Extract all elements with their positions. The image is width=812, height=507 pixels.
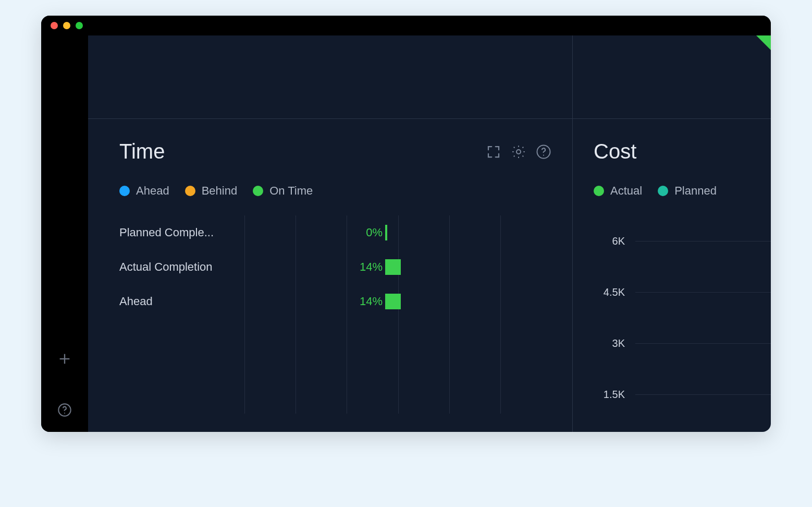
expand-icon[interactable] bbox=[486, 144, 501, 160]
axis-tick: 6K bbox=[594, 215, 771, 267]
legend-label: On Time bbox=[269, 184, 313, 198]
time-panel-actions bbox=[486, 144, 551, 160]
cost-y-axis: 6K 4.5K 3K 1.5K bbox=[594, 215, 771, 420]
add-button[interactable] bbox=[57, 352, 72, 366]
help-button[interactable] bbox=[57, 403, 72, 417]
column-divider bbox=[572, 35, 573, 119]
svg-point-3 bbox=[64, 413, 65, 414]
top-strip bbox=[88, 35, 771, 119]
legend-item-ahead[interactable]: Ahead bbox=[119, 184, 169, 198]
legend-dot-icon bbox=[119, 186, 130, 196]
axis-tick-line bbox=[635, 394, 771, 395]
svg-point-4 bbox=[516, 150, 521, 154]
axis-tick: 1.5K bbox=[594, 369, 771, 420]
metric-row-ahead: Ahead 14% bbox=[119, 284, 551, 319]
legend-label: Planned bbox=[674, 184, 717, 198]
axis-tick-label: 6K bbox=[594, 235, 625, 247]
metric-label: Planned Comple... bbox=[119, 226, 244, 239]
axis-tick: 4.5K bbox=[594, 267, 771, 318]
legend-item-behind[interactable]: Behind bbox=[185, 184, 238, 198]
metric-value: 14% bbox=[360, 260, 383, 274]
time-panel: Time bbox=[88, 119, 573, 432]
legend-item-planned[interactable]: Planned bbox=[658, 184, 717, 198]
cost-panel-title: Cost bbox=[594, 140, 636, 163]
help-icon[interactable] bbox=[536, 144, 551, 160]
axis-tick-line bbox=[635, 292, 771, 293]
metric-row-planned: Planned Comple... 0% bbox=[119, 215, 551, 250]
window-close-button[interactable] bbox=[51, 22, 58, 29]
legend-label: Behind bbox=[202, 184, 238, 198]
legend-label: Ahead bbox=[136, 184, 169, 198]
window-zoom-button[interactable] bbox=[76, 22, 83, 29]
app-window: Time bbox=[41, 16, 771, 432]
main-content: Time bbox=[88, 35, 771, 432]
time-chart: Planned Comple... 0% Actual Completion 1… bbox=[119, 215, 551, 414]
cost-legend: Actual Planned bbox=[594, 184, 771, 198]
legend-label: Actual bbox=[610, 184, 642, 198]
legend-dot-icon bbox=[594, 186, 604, 196]
legend-dot-icon bbox=[253, 186, 263, 196]
axis-tick-line bbox=[635, 343, 771, 344]
axis-tick: 3K bbox=[594, 318, 771, 369]
metric-bar bbox=[385, 259, 401, 275]
sidebar bbox=[41, 35, 88, 432]
gear-icon[interactable] bbox=[511, 144, 526, 160]
time-panel-title: Time bbox=[119, 140, 165, 163]
axis-tick-line bbox=[635, 241, 771, 242]
app-body: Time bbox=[41, 35, 771, 432]
titlebar bbox=[41, 16, 771, 35]
cost-panel: Cost Actual Planned bbox=[573, 119, 771, 432]
legend-item-actual[interactable]: Actual bbox=[594, 184, 642, 198]
legend-item-ontime[interactable]: On Time bbox=[253, 184, 313, 198]
metric-row-actual: Actual Completion 14% bbox=[119, 250, 551, 284]
axis-tick-label: 1.5K bbox=[594, 389, 625, 401]
metric-bar bbox=[385, 294, 401, 309]
axis-tick-label: 3K bbox=[594, 337, 625, 349]
metric-value: 14% bbox=[360, 295, 383, 308]
time-legend: Ahead Behind On Time bbox=[119, 184, 551, 198]
metric-value: 0% bbox=[366, 226, 383, 239]
metric-label: Ahead bbox=[119, 295, 244, 308]
legend-dot-icon bbox=[185, 186, 195, 196]
axis-tick-label: 4.5K bbox=[594, 286, 625, 298]
metric-bar bbox=[385, 225, 387, 240]
legend-dot-icon bbox=[658, 186, 668, 196]
metric-label: Actual Completion bbox=[119, 260, 244, 274]
window-minimize-button[interactable] bbox=[63, 22, 70, 29]
svg-point-6 bbox=[543, 154, 544, 155]
